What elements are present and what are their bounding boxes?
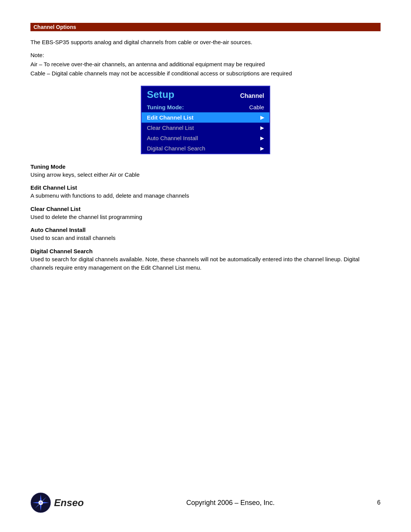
enseo-logo-icon	[30, 492, 51, 513]
desc-title-4: Digital Channel Search	[30, 248, 381, 254]
tuning-mode-value: Cable	[249, 104, 264, 110]
menu-row-tuning-mode: Tuning Mode: Cable	[142, 102, 269, 112]
desc-body-2: Used to delete the channel list programm…	[30, 213, 381, 222]
section-title: Channel Options	[33, 24, 76, 30]
footer: Enseo Copyright 2006 – Enseo, Inc. 6	[30, 492, 381, 513]
desc-title-0: Tuning Mode	[30, 163, 381, 170]
desc-body-3: Used to scan and install channels	[30, 234, 381, 243]
setup-channel-label: Channel	[240, 93, 264, 99]
menu-item-label-2: Auto Channel Install	[147, 135, 198, 141]
footer-page-number: 6	[377, 499, 381, 506]
menu-row-edit-channel-list: Edit Channel List ▶	[142, 112, 269, 123]
desc-body-1: A submenu with functions to add, delete …	[30, 192, 381, 200]
note-block: Note: Air – To receive over-the-air chan…	[30, 51, 381, 78]
menu-item-label-0: Edit Channel List	[147, 114, 194, 121]
setup-title: Setup	[147, 89, 174, 101]
menu-row-clear-channel-list: Clear Channel List ▶	[142, 123, 269, 133]
desc-edit-channel-list: Edit Channel List A submenu with functio…	[30, 184, 381, 200]
desc-clear-channel-list: Clear Channel List Used to delete the ch…	[30, 206, 381, 222]
desc-digital-channel-search: Digital Channel Search Used to search fo…	[30, 248, 381, 272]
desc-auto-channel-install: Auto Channel Install Used to scan and in…	[30, 227, 381, 243]
svg-point-10	[40, 502, 42, 504]
tuning-mode-label: Tuning Mode:	[147, 104, 184, 110]
note-label: Note:	[30, 52, 44, 58]
intro-paragraph: The EBS-SP35 supports analog and digital…	[30, 38, 381, 47]
desc-title-1: Edit Channel List	[30, 184, 381, 191]
note-line-2: Cable – Digital cable channels may not b…	[30, 70, 292, 77]
menu-item-label-3: Digital Channel Search	[147, 145, 205, 152]
section-header: Channel Options	[30, 23, 381, 31]
note-line-1: Air – To receive over-the-air channels, …	[30, 61, 265, 67]
menu-arrow-3: ▶	[260, 145, 264, 151]
footer-copyright: Copyright 2006 – Enseo, Inc.	[84, 499, 377, 507]
desc-tuning-mode: Tuning Mode Using arrow keys, select eit…	[30, 163, 381, 179]
setup-menu-header: Setup Channel	[142, 86, 269, 102]
page: Channel Options The EBS-SP35 supports an…	[0, 0, 411, 532]
menu-arrow-0: ▶	[260, 115, 264, 120]
desc-title-3: Auto Channel Install	[30, 227, 381, 233]
menu-row-digital-channel-search: Digital Channel Search ▶	[142, 143, 269, 153]
setup-menu: Setup Channel Tuning Mode: Cable Edit Ch…	[141, 86, 270, 154]
menu-row-auto-channel-install: Auto Channel Install ▶	[142, 133, 269, 143]
menu-arrow-2: ▶	[260, 135, 264, 141]
footer-logo: Enseo	[30, 492, 84, 513]
logo-text: Enseo	[54, 497, 84, 509]
setup-menu-container: Setup Channel Tuning Mode: Cable Edit Ch…	[141, 86, 270, 154]
desc-body-0: Using arrow keys, select either Air or C…	[30, 171, 381, 179]
menu-item-label-1: Clear Channel List	[147, 125, 194, 131]
menu-arrow-1: ▶	[260, 125, 264, 131]
desc-title-2: Clear Channel List	[30, 206, 381, 212]
desc-body-4: Used to search for digital channels avai…	[30, 255, 381, 272]
